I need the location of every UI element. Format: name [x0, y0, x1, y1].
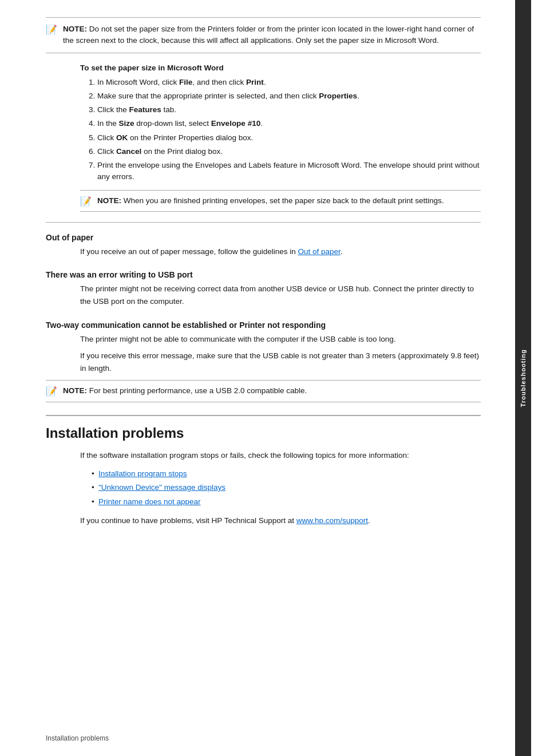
installation-footer-text: If you continue to have problems, visit … — [80, 514, 481, 527]
out-of-paper-text: If you receive an out of paper message, … — [80, 247, 298, 256]
divider-1 — [46, 222, 481, 223]
step-1: In Microsoft Word, click File, and then … — [97, 77, 481, 88]
footer-suffix: . — [368, 516, 370, 525]
ms-word-heading: To set the paper size in Microsoft Word — [80, 64, 481, 72]
out-of-paper-body: If you receive an out of paper message, … — [80, 246, 481, 258]
step-4: In the Size drop-down list, select Envel… — [97, 118, 481, 129]
inner-note-box: 📝 NOTE: When you are finished printing e… — [80, 190, 481, 212]
two-way-body2: If you receive this error message, make … — [80, 350, 481, 374]
two-way-section: Two-way communication cannot be establis… — [46, 320, 481, 402]
two-way-title: Two-way communication cannot be establis… — [46, 320, 481, 330]
side-tab: Troubleshooting — [515, 0, 531, 756]
footer-left: Installation problems — [46, 734, 109, 742]
install-link-1[interactable]: Installation program stops — [98, 469, 187, 478]
step-5: Click OK on the Printer Properties dialo… — [97, 132, 481, 144]
steps-list: In Microsoft Word, click File, and then … — [97, 77, 481, 183]
usb-note-icon: 📝 — [46, 386, 58, 397]
usb-error-body: The printer might not be receiving corre… — [80, 283, 481, 307]
installation-problems-title: Installation problems — [46, 415, 481, 441]
install-link-3[interactable]: Printer name does not appear — [98, 497, 201, 506]
top-note-content: NOTE: Do not set the paper size from the… — [63, 23, 481, 47]
inner-note-content: NOTE: When you are finished printing env… — [97, 195, 444, 207]
step-3: Click the Features tab. — [97, 104, 481, 116]
list-item-1: Installation program stops — [92, 467, 481, 481]
usb-error-title: There was an error writing to USB port — [46, 270, 481, 279]
installation-problems-section: Installation problems If the software in… — [46, 415, 481, 527]
step-2: Make sure that the appropriate printer i… — [97, 90, 481, 102]
usb-note-text2: For best printing performance, use a USB… — [89, 386, 307, 395]
install-link-2[interactable]: "Unknown Device" message displays — [98, 483, 225, 492]
note-icon: 📝 — [46, 24, 58, 35]
footer-prefix: If you continue to have problems, visit … — [80, 516, 296, 525]
top-note-label: NOTE: — [63, 25, 87, 33]
usb-error-section: There was an error writing to USB port T… — [46, 270, 481, 307]
usb-note-label: NOTE: — [63, 386, 87, 395]
top-note-text: Do not set the paper size from the Print… — [63, 25, 474, 45]
ms-word-section: To set the paper size in Microsoft Word … — [80, 64, 481, 212]
inner-note-icon: 📝 — [80, 196, 93, 207]
out-of-paper-section: Out of paper If you receive an out of pa… — [46, 233, 481, 258]
list-item-2: "Unknown Device" message displays — [92, 481, 481, 494]
list-item-3: Printer name does not appear — [92, 495, 481, 509]
hp-support-link[interactable]: www.hp.com/support — [296, 516, 368, 525]
usb-note-box: 📝 NOTE: For best printing performance, u… — [46, 380, 481, 402]
inner-note-text: When you are finished printing envelopes… — [124, 196, 444, 205]
installation-problems-intro: If the software installation program sto… — [80, 449, 481, 462]
two-way-body1: The printer might not be able to communi… — [80, 333, 481, 346]
out-of-paper-title: Out of paper — [46, 233, 481, 242]
out-of-paper-link[interactable]: Out of paper — [298, 247, 340, 256]
step-6: Click Cancel on the Print dialog box. — [97, 146, 481, 157]
out-of-paper-end: . — [341, 247, 343, 256]
installation-links-list: Installation program stops "Unknown Devi… — [92, 467, 481, 509]
page-footer: Installation problems 65 — [46, 734, 523, 742]
usb-note-content: NOTE: For best printing performance, use… — [63, 385, 307, 397]
top-note-box: 📝 NOTE: Do not set the paper size from t… — [46, 17, 481, 53]
inner-note-label: NOTE: — [97, 196, 121, 205]
step-7: Print the envelope using the Envelopes a… — [97, 160, 481, 183]
side-tab-label: Troubleshooting — [520, 349, 527, 407]
